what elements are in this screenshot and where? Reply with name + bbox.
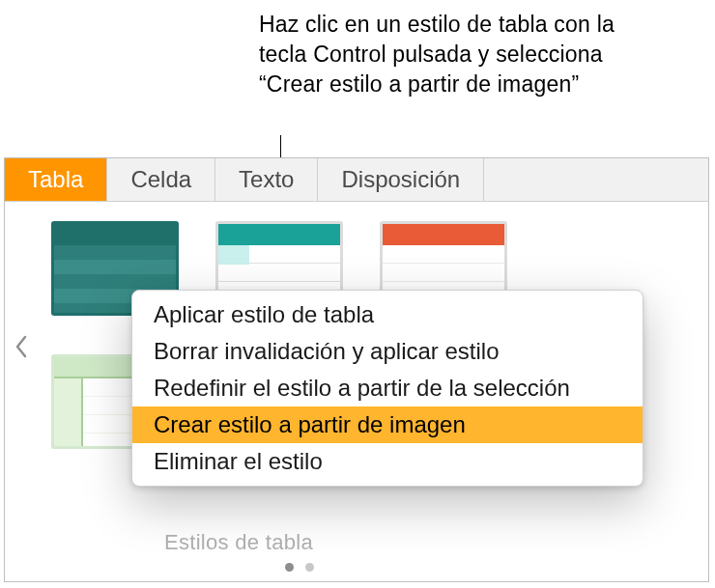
tab-texto[interactable]: Texto <box>215 158 318 201</box>
menu-delete-style[interactable]: Eliminar el estilo <box>132 443 643 480</box>
tab-celda[interactable]: Celda <box>107 158 215 201</box>
menu-apply-style[interactable]: Aplicar estilo de tabla <box>132 296 643 333</box>
styles-prev-page-button[interactable] <box>11 327 32 366</box>
pager-dot-2[interactable] <box>305 563 314 572</box>
tab-disposicion[interactable]: Disposición <box>318 158 484 201</box>
tab-tabla[interactable]: Tabla <box>5 158 107 201</box>
table-style-context-menu: Aplicar estilo de tabla Borrar invalidac… <box>131 290 644 487</box>
tab-bar-filler <box>484 158 708 201</box>
menu-clear-overrides[interactable]: Borrar invalidación y aplicar estilo <box>132 333 643 370</box>
callout-text: Haz clic en un estilo de tabla con la te… <box>259 10 626 99</box>
chevron-left-icon <box>14 335 28 358</box>
styles-pager <box>285 563 314 572</box>
menu-create-from-image[interactable]: Crear estilo a partir de imagen <box>132 406 643 443</box>
styles-section-label: Estilos de tabla <box>164 530 313 555</box>
inspector-tab-bar: Tabla Celda Texto Disposición <box>5 158 708 202</box>
pager-dot-1[interactable] <box>285 563 294 572</box>
menu-redefine-from-selection[interactable]: Redefinir el estilo a partir de la selec… <box>132 370 643 406</box>
